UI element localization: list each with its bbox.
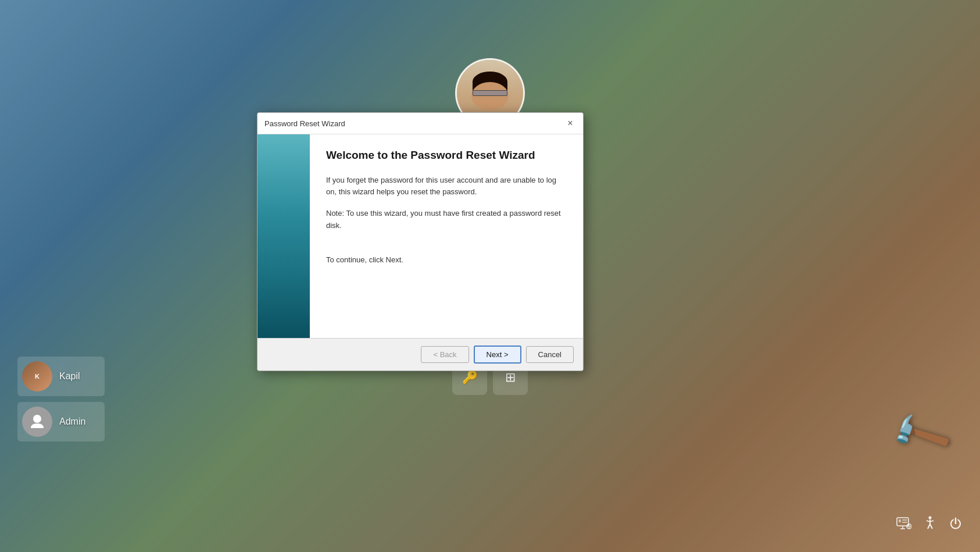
close-button[interactable]: × bbox=[564, 117, 576, 129]
next-button[interactable]: Next > bbox=[474, 346, 521, 364]
dialog-continue-text: To continue, click Next. bbox=[326, 255, 567, 264]
dialog-overlay: Password Reset Wizard × Welcome to the P… bbox=[0, 0, 980, 552]
dialog-body: Welcome to the Password Reset Wizard If … bbox=[257, 134, 583, 338]
dialog-title: Password Reset Wizard bbox=[264, 119, 345, 128]
dialog-left-panel bbox=[257, 134, 310, 338]
dialog-titlebar: Password Reset Wizard × bbox=[257, 113, 583, 134]
dialog-body-text: If you forget the password for this user… bbox=[326, 174, 567, 199]
dialog-heading: Welcome to the Password Reset Wizard bbox=[326, 148, 567, 163]
password-reset-wizard-dialog: Password Reset Wizard × Welcome to the P… bbox=[257, 112, 584, 371]
back-button[interactable]: < Back bbox=[421, 346, 468, 363]
dialog-footer: < Back Next > Cancel bbox=[257, 338, 583, 371]
dialog-note-text: Note: To use this wizard, you must have … bbox=[326, 208, 567, 232]
cancel-button[interactable]: Cancel bbox=[526, 346, 574, 363]
dialog-content: Welcome to the Password Reset Wizard If … bbox=[310, 134, 583, 338]
